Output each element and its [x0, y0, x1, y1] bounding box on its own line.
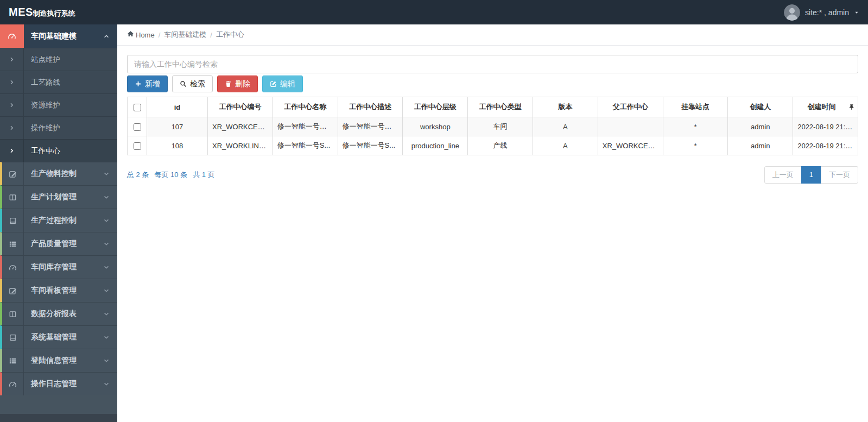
- brand-logo: MES制造执行系统: [9, 6, 75, 18]
- search-input[interactable]: [127, 55, 858, 73]
- table-cell: 2022-08-19 21:1...: [793, 136, 858, 155]
- sidebar-group-label: 操作日志管理: [24, 379, 103, 389]
- home-icon: [127, 30, 134, 39]
- table-cell: *: [663, 136, 728, 155]
- edit-button[interactable]: 编辑: [262, 75, 303, 92]
- table-cell: XR_WORKCEN...: [208, 117, 273, 136]
- breadcrumb-current: 工作中心: [216, 30, 244, 40]
- chevron-down-icon: [103, 217, 110, 224]
- sidebar-group[interactable]: 生产物料控制: [0, 162, 117, 185]
- plus-icon: [135, 80, 142, 87]
- book-icon: [2, 209, 24, 232]
- chevron-down-icon: [103, 264, 110, 270]
- sidebar-group[interactable]: 车间看板管理: [0, 279, 117, 302]
- mes-app: MES制造执行系统 site:* , admin 车间基础建模 站点维护工艺路线…: [0, 0, 868, 422]
- column-header: 工作中心名称: [273, 97, 338, 117]
- table-cell: production_line: [403, 136, 468, 155]
- table-body: 107XR_WORKCEN...修一智能一号车间修一智能一号车间workshop…: [128, 117, 858, 155]
- caret-down-icon: [854, 10, 859, 15]
- chevron-right-icon: [0, 48, 24, 71]
- table-cell: 修一智能一号S...: [338, 136, 403, 155]
- search-button[interactable]: 检索: [172, 75, 213, 92]
- chevron-down-icon: [103, 287, 110, 294]
- book-icon: [2, 326, 24, 349]
- table-cell: [598, 117, 663, 136]
- dashboard-icon: [0, 24, 24, 48]
- table-cell: 修一智能一号车间: [338, 117, 403, 136]
- column-header: 工作中心层级: [403, 97, 468, 117]
- sidebar-subitem[interactable]: 站点维护: [0, 48, 117, 71]
- table-cell: A: [533, 117, 598, 136]
- sidebar-group[interactable]: 登陆信息管理: [0, 349, 117, 372]
- breadcrumb-separator: /: [210, 31, 212, 39]
- sidebar-footer: [0, 414, 117, 422]
- main-content: Home/车间基础建模/工作中心 新增检索删除编辑 id工作中心编号工作中心名称…: [117, 24, 868, 422]
- sidebar-subitem[interactable]: 资源维护: [0, 93, 117, 116]
- chevron-down-icon: [103, 171, 110, 177]
- table-row[interactable]: 107XR_WORKCEN...修一智能一号车间修一智能一号车间workshop…: [128, 117, 858, 136]
- sidebar-group[interactable]: 数据分析报表: [0, 302, 117, 325]
- table-cell: admin: [728, 136, 793, 155]
- sidebar: 车间基础建模 站点维护工艺路线资源维护操作维护工作中心 生产物料控制生产计划管理…: [0, 24, 117, 422]
- column-header: 创建时间: [793, 97, 858, 117]
- pencil-square-icon: [2, 162, 24, 185]
- sidebar-subitem-label: 工艺路线: [24, 78, 60, 87]
- toolbar: 新增检索删除编辑: [127, 75, 858, 92]
- table-cell: 107: [147, 117, 208, 136]
- select-all-header: [128, 97, 147, 117]
- column-header: 父工作中心: [598, 97, 663, 117]
- row-checkbox[interactable]: [134, 142, 141, 150]
- breadcrumb-home-link[interactable]: Home: [127, 30, 155, 39]
- chevron-down-icon: [103, 194, 110, 200]
- prev-page-button[interactable]: 上一页: [764, 166, 802, 184]
- top-navbar: MES制造执行系统 site:* , admin: [0, 0, 868, 24]
- select-all-checkbox[interactable]: [134, 104, 141, 111]
- chevron-down-icon: [103, 334, 110, 341]
- sidebar-subitem[interactable]: 工艺路线: [0, 71, 117, 93]
- breadcrumb: Home/车间基础建模/工作中心: [117, 24, 868, 46]
- column-header: id: [147, 97, 208, 117]
- sidebar-group[interactable]: 操作日志管理: [0, 372, 117, 395]
- sidebar-subitem[interactable]: 工作中心: [0, 139, 117, 162]
- dashboard-icon: [2, 256, 24, 279]
- sidebar-group[interactable]: 产品质量管理: [0, 232, 117, 255]
- delete-button[interactable]: 删除: [217, 75, 258, 92]
- column-header: 版本: [533, 97, 598, 117]
- table-cell: 修一智能一号S...: [273, 136, 338, 155]
- chevron-down-icon: [103, 311, 110, 317]
- sidebar-group-label: 车间基础建模: [24, 32, 103, 41]
- sidebar-group-label: 生产过程控制: [24, 216, 103, 225]
- pin-icon[interactable]: [848, 104, 855, 110]
- user-menu[interactable]: site:* , admin: [784, 4, 859, 21]
- row-checkbox[interactable]: [134, 123, 141, 131]
- shell: 车间基础建模 站点维护工艺路线资源维护操作维护工作中心 生产物料控制生产计划管理…: [0, 24, 868, 422]
- page-count: 共 1 页: [193, 170, 214, 180]
- sidebar-menu: 车间基础建模 站点维护工艺路线资源维护操作维护工作中心 生产物料控制生产计划管理…: [0, 24, 117, 395]
- column-header: 创建人: [728, 97, 793, 117]
- sidebar-group[interactable]: 生产过程控制: [0, 209, 117, 232]
- table-head: id工作中心编号工作中心名称工作中心描述工作中心层级工作中心类型版本父工作中心挂…: [128, 97, 858, 117]
- breadcrumb-link[interactable]: 车间基础建模: [164, 30, 206, 40]
- table-cell: 产线: [468, 136, 533, 155]
- sidebar-subitem-label: 工作中心: [24, 146, 60, 156]
- sidebar-group[interactable]: 生产计划管理: [0, 185, 117, 209]
- sidebar-subitem[interactable]: 操作维护: [0, 116, 117, 139]
- sidebar-subitem-label: 站点维护: [24, 55, 60, 65]
- sidebar-submenu: 站点维护工艺路线资源维护操作维护工作中心: [0, 48, 117, 162]
- table-header-row: id工作中心编号工作中心名称工作中心描述工作中心层级工作中心类型版本父工作中心挂…: [128, 97, 858, 117]
- breadcrumb-separator: /: [159, 31, 161, 39]
- per-page-count: 每页 10 条: [154, 170, 187, 180]
- sidebar-group-workshop-modeling[interactable]: 车间基础建模: [0, 24, 117, 48]
- table-cell: A: [533, 136, 598, 155]
- table-cell: XR_WORKCEN...: [598, 136, 663, 155]
- sidebar-group[interactable]: 车间库存管理: [0, 255, 117, 279]
- workcenter-table: id工作中心编号工作中心名称工作中心描述工作中心层级工作中心类型版本父工作中心挂…: [127, 97, 858, 155]
- next-page-button[interactable]: 下一页: [821, 166, 858, 184]
- page-1-button[interactable]: 1: [801, 166, 821, 184]
- table-row[interactable]: 108XR_WORKLINE...修一智能一号S...修一智能一号S...pro…: [128, 136, 858, 155]
- table-cell: admin: [728, 117, 793, 136]
- sidebar-subitem-label: 操作维护: [24, 123, 60, 133]
- pagination-row: 总 2 条 每页 10 条 共 1 页 上一页 1 下一页: [127, 166, 858, 184]
- sidebar-group[interactable]: 系统基础管理: [0, 325, 117, 349]
- add-button[interactable]: 新增: [127, 75, 168, 92]
